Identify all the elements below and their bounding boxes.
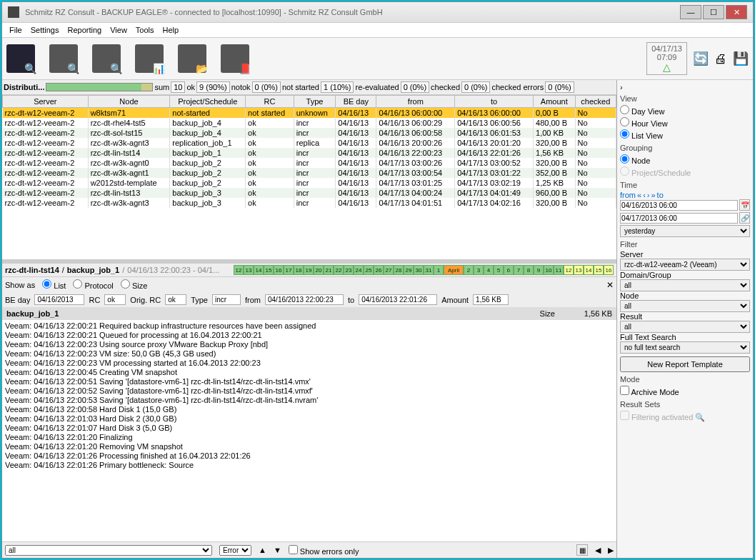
showas-list[interactable]: List [42, 279, 66, 290]
tool-monitor-search-icon[interactable] [6, 44, 35, 73]
backup-table[interactable]: ServerNodeProject/ScheduleRCTypeBE dayfr… [2, 95, 616, 208]
cal-day[interactable]: 6 [504, 265, 514, 275]
cal-day[interactable]: 26 [374, 265, 384, 275]
time-to-input[interactable] [620, 213, 738, 224]
cal-day[interactable]: 23 [344, 265, 354, 275]
view-day[interactable]: Day View [620, 104, 750, 116]
error-filter[interactable]: Error [219, 545, 251, 556]
archive-checkbox[interactable]: Archive Mode [620, 385, 750, 397]
cal-day[interactable]: 13 [574, 265, 584, 275]
show-errors-checkbox[interactable]: Show errors only [289, 545, 359, 556]
column-header[interactable]: from [376, 96, 455, 108]
print-icon[interactable]: 🖨 [714, 51, 727, 66]
cal-day[interactable]: 12 [234, 265, 244, 275]
table-row[interactable]: rzc-dt-w12-veeam-2rzc-dt-rhel4-tst5backu… [3, 118, 616, 128]
group-node[interactable]: Node [620, 154, 750, 166]
cal-day[interactable]: 15 [264, 265, 274, 275]
cal-day[interactable]: 17 [284, 265, 294, 275]
cal-day[interactable]: 5 [494, 265, 504, 275]
fts-select[interactable]: no full text search [620, 341, 750, 354]
minimize-button[interactable]: — [680, 5, 701, 19]
cal-day[interactable]: 25 [364, 265, 374, 275]
titlebar[interactable]: Schmitz RZ Consult - BACKUP EAGLE® - con… [2, 2, 753, 23]
table-row[interactable]: rzc-dt-w12-veeam-2rzc-dt-w3k-agnt3replic… [3, 138, 616, 148]
table-row[interactable]: rzc-dt-w12-veeam-2rzc-dt-lin-tst13backup… [3, 188, 616, 198]
cal-day[interactable]: 28 [394, 265, 404, 275]
menu-reporting[interactable]: Reporting [63, 24, 106, 36]
cal-day[interactable]: April [444, 265, 464, 275]
cal-day[interactable]: 22 [334, 265, 344, 275]
origrc-input[interactable] [165, 294, 186, 305]
refresh-icon[interactable]: 🔄 [693, 51, 709, 66]
to-input[interactable] [359, 294, 437, 305]
column-header[interactable]: Project/Schedule [170, 96, 246, 108]
cal-day[interactable]: 4 [484, 265, 494, 275]
cal-day[interactable]: 3 [474, 265, 484, 275]
filtering-checkbox[interactable]: Filtering activated 🔍 [620, 410, 750, 423]
menu-settings[interactable]: Settings [26, 24, 64, 36]
cal-day[interactable]: 15 [594, 265, 604, 275]
table-row[interactable]: rzc-dt-w12-veeam-2w8ktsm71not-startednot… [3, 108, 616, 119]
cal-day[interactable]: 14 [254, 265, 264, 275]
column-header[interactable]: BE day [336, 96, 376, 108]
column-header[interactable]: to [455, 96, 534, 108]
amount-input[interactable] [473, 294, 509, 305]
cal-day[interactable]: 2 [464, 265, 474, 275]
table-row[interactable]: rzc-dt-w12-veeam-2rzc-dt-sol-tst15backup… [3, 128, 616, 138]
calendar-strip[interactable]: 1213141516171819202122232425262728293031… [234, 265, 614, 275]
calendar-from-icon[interactable]: 📅 [739, 199, 750, 211]
cal-day[interactable]: 16 [604, 265, 614, 275]
link-icon[interactable]: 🔗 [739, 212, 750, 224]
table-row[interactable]: rzc-dt-w12-veeam-2rzc-dt-w3k-agnt0backup… [3, 158, 616, 168]
time-prev-icon[interactable]: ‹ [643, 191, 646, 199]
cal-day[interactable]: 13 [244, 265, 254, 275]
beday-input[interactable] [34, 294, 84, 305]
cal-day[interactable]: 10 [544, 265, 554, 275]
table-row[interactable]: rzc-dt-w12-veeam-2w2012std-templatebacku… [3, 178, 616, 188]
save-icon[interactable]: 💾 [733, 51, 749, 66]
cal-day[interactable]: 16 [274, 265, 284, 275]
domain-select[interactable]: all [620, 279, 750, 291]
server-select[interactable]: rzc-dt-w12-veeam-2 (Veeam) [620, 259, 750, 271]
tool-server-search-icon[interactable] [92, 44, 121, 73]
result-select[interactable]: all [620, 321, 750, 333]
cal-day[interactable]: 29 [404, 265, 414, 275]
collapse-icon[interactable]: › [620, 83, 623, 91]
menu-file[interactable]: File [5, 24, 26, 36]
cal-day[interactable]: 18 [294, 265, 304, 275]
menu-view[interactable]: View [106, 24, 131, 36]
column-header[interactable]: checked [575, 96, 616, 108]
magnify-icon[interactable]: 🔍 [695, 413, 705, 421]
cal-day[interactable]: 7 [514, 265, 524, 275]
group-project[interactable]: Project/Schedule [620, 166, 750, 178]
cal-day[interactable]: 12 [564, 265, 574, 275]
timestamp-box[interactable]: 04/17/13 07:09 △ [646, 42, 687, 75]
showas-size[interactable]: Size [121, 279, 147, 290]
next-page-icon[interactable]: ▶ [608, 546, 614, 555]
close-button[interactable]: ✕ [726, 5, 747, 19]
cal-day[interactable]: 27 [384, 265, 394, 275]
column-header[interactable]: RC [246, 96, 294, 108]
cal-day[interactable]: 1 [434, 265, 444, 275]
from-input[interactable] [265, 294, 344, 305]
tool-server-book-icon[interactable] [221, 44, 249, 73]
menu-help[interactable]: Help [159, 24, 184, 36]
table-row[interactable]: rzc-dt-w12-veeam-2rzc-dt-w3k-agnt1backup… [3, 168, 616, 178]
time-last-icon[interactable]: » [651, 191, 655, 199]
column-header[interactable]: Server [3, 96, 89, 108]
tool-laptop-search-icon[interactable] [49, 44, 78, 73]
cal-day[interactable]: 31 [424, 265, 434, 275]
prev-page-icon[interactable]: ◀ [595, 546, 601, 555]
column-header[interactable]: Amount [534, 96, 576, 108]
cal-day[interactable]: 20 [314, 265, 324, 275]
view-list[interactable]: List View [620, 129, 750, 141]
cal-day[interactable]: 19 [304, 265, 314, 275]
new-report-button[interactable]: New Report Template [620, 356, 750, 372]
time-first-icon[interactable]: « [637, 191, 641, 199]
cal-day[interactable]: 30 [414, 265, 424, 275]
cal-day[interactable]: 8 [524, 265, 534, 275]
time-next-icon[interactable]: › [647, 191, 650, 199]
time-from-input[interactable] [620, 200, 738, 211]
cal-day[interactable]: 21 [324, 265, 334, 275]
tool-server-folder-icon[interactable] [178, 44, 206, 73]
